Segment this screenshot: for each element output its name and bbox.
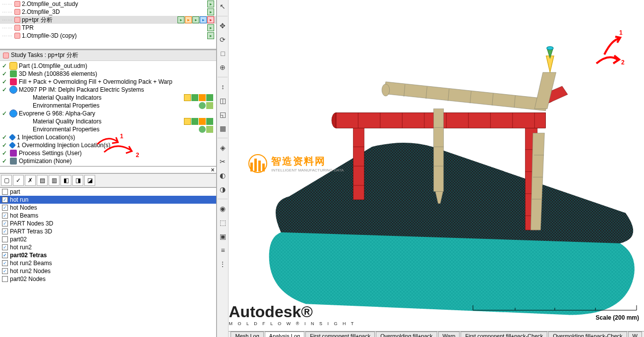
viewport-3d[interactable]: 智造资料网 INTELLIGENT MANUFACTURING DATA xyxy=(229,0,644,331)
study-task-row[interactable]: Environmental Properties xyxy=(1,125,215,133)
view-tool-button[interactable]: ◉ xyxy=(217,203,228,214)
indicator-icons xyxy=(184,94,215,101)
close-icon[interactable]: × xyxy=(211,167,214,173)
study-tasks-body[interactable]: 1 2 ✓ Part (1.Otmpfile_out.udm)✓ 3D Mesh… xyxy=(0,61,216,166)
layer-row[interactable]: PART Tetras 3D xyxy=(0,227,216,235)
task-label: 1 Injection Location(s) xyxy=(17,134,75,141)
check-icon: ✓ xyxy=(2,70,8,77)
svg-point-31 xyxy=(382,84,390,96)
log-tab[interactable]: First component fill+pack xyxy=(305,332,375,337)
study-task-row[interactable]: ✓ Fill + Pack + Overmolding Fill + Overm… xyxy=(1,78,215,86)
indicator-icons xyxy=(199,126,215,133)
layer-row[interactable]: PART Nodes 3D xyxy=(0,220,216,227)
layer-checkbox[interactable] xyxy=(2,197,8,203)
study-task-row[interactable]: ✓ 1 Overmolding Injection Location(s) xyxy=(1,141,215,149)
task-label: Process Settings (User) xyxy=(19,150,82,157)
task-icon xyxy=(10,150,17,157)
layer-toolbar-button[interactable]: ✓ xyxy=(13,175,24,186)
layer-row[interactable]: part02 Tetras xyxy=(0,251,216,259)
view-tool-button[interactable]: ↕ xyxy=(217,81,228,92)
view-tool-button[interactable]: ▣ xyxy=(217,231,228,242)
study-task-row[interactable]: ✓ Evoprene G 968: Alpha-Gary xyxy=(1,110,215,117)
view-tool-button[interactable]: ⟳ xyxy=(217,34,228,45)
layer-row[interactable]: hot run xyxy=(0,196,216,204)
study-task-row[interactable]: ✓ Optimization (None) xyxy=(1,157,215,165)
view-tool-button[interactable]: ⬚ xyxy=(217,217,228,228)
layer-row[interactable]: hot Nodes xyxy=(0,204,216,212)
log-tab[interactable]: Warp xyxy=(438,332,460,337)
view-tool-button[interactable]: ▦ xyxy=(217,123,228,134)
log-tab[interactable]: First component fill+pack-Check xyxy=(461,332,547,337)
log-tab[interactable]: Mesh Log xyxy=(231,332,263,337)
study-task-row[interactable]: ✓ Process Settings (User) xyxy=(1,149,215,157)
log-tab[interactable]: Overmolding fill+pack xyxy=(376,332,437,337)
view-tool-button[interactable]: □ xyxy=(217,48,228,59)
project-tree-item[interactable]: ⋯⋯ 2.Otmpfile_out_study ▸ xyxy=(0,0,216,8)
layer-label: part02 Nodes xyxy=(10,276,46,282)
layer-toolbar-button[interactable]: ▤ xyxy=(37,175,48,186)
view-tool-button[interactable]: ⋮ xyxy=(217,259,228,270)
layer-checkbox[interactable] xyxy=(2,276,8,282)
layer-row[interactable]: part xyxy=(0,188,216,196)
layer-toolbar-button[interactable]: ▢ xyxy=(1,175,12,186)
view-tool-button[interactable]: ✂ xyxy=(217,156,228,167)
layer-row[interactable]: hot Beams xyxy=(0,212,216,220)
layer-toolbar-button[interactable]: ◨ xyxy=(72,175,83,186)
study-task-row[interactable]: ✓ Part (1.Otmpfile_out.udm) xyxy=(1,62,215,70)
right-pane: 智造资料网 INTELLIGENT MANUFACTURING DATA xyxy=(229,0,644,337)
project-tree-item[interactable]: ⋯⋯ 1.Otmpfile-3D (copy) ▸ xyxy=(0,32,216,40)
log-tab[interactable]: W xyxy=(628,332,642,337)
layer-row[interactable]: hot run2 xyxy=(0,243,216,251)
task-label: Part (1.Otmpfile_out.udm) xyxy=(19,62,87,69)
layer-checkbox[interactable] xyxy=(2,221,8,226)
watermark-logo: 智造资料网 INTELLIGENT MANUFACTURING DATA xyxy=(248,154,344,173)
project-tree-item[interactable]: ⋯⋯ pp+tpr 分析 ▸▸▸▸▸ xyxy=(0,16,216,24)
layer-checkbox[interactable] xyxy=(2,244,8,250)
view-tool-button[interactable]: ↖ xyxy=(217,1,228,12)
layer-row[interactable]: hot run2 Nodes xyxy=(0,267,216,275)
project-tree[interactable]: ⋯⋯ 2.Otmpfile_out_study ▸ ⋯⋯ 2.Otmpfile_… xyxy=(0,0,216,50)
view-tool-button[interactable]: ◐ xyxy=(217,170,228,181)
watermark-subtext: INTELLIGENT MANUFACTURING DATA xyxy=(271,168,344,172)
study-task-row[interactable]: Material Quality Indicators xyxy=(1,117,215,125)
layer-row[interactable]: hot run2 Beams xyxy=(0,259,216,267)
layer-row[interactable]: part02 xyxy=(0,235,216,243)
view-tool-button[interactable]: ≡ xyxy=(217,245,228,256)
layer-list[interactable]: part hot run hot Nodes hot Beams PART No… xyxy=(0,187,216,337)
layer-label: hot Beams xyxy=(10,212,38,219)
layer-toolbar-button[interactable]: ▥ xyxy=(49,175,59,186)
view-tool-button[interactable]: ◑ xyxy=(217,184,228,195)
layer-toolbar-button[interactable]: ◧ xyxy=(60,175,71,186)
layer-checkbox[interactable] xyxy=(2,213,8,219)
status-badge-icon: ▸ xyxy=(185,16,192,23)
task-label: Environmental Properties xyxy=(33,102,100,109)
study-task-row[interactable]: Material Quality Indicators xyxy=(1,94,215,102)
layer-checkbox[interactable] xyxy=(2,205,8,211)
study-task-row[interactable]: ✓ 1 Injection Location(s) xyxy=(1,133,215,141)
layer-row[interactable]: part02 Nodes xyxy=(0,275,216,283)
study-task-row[interactable]: Environmental Properties xyxy=(1,102,215,110)
layer-checkbox[interactable] xyxy=(2,268,8,274)
view-tool-button[interactable]: ◱ xyxy=(217,109,228,120)
study-task-row[interactable]: ✓ M2097 PP IM: Delphi Packard Electric S… xyxy=(1,86,215,94)
layer-toolbar-button[interactable]: ✗ xyxy=(25,175,36,186)
layer-toolbar-button[interactable]: ◪ xyxy=(84,175,95,186)
layer-checkbox[interactable] xyxy=(2,228,8,234)
task-icon xyxy=(9,142,16,149)
view-tool-button[interactable]: ⊕ xyxy=(217,62,228,73)
layer-checkbox[interactable] xyxy=(2,236,8,242)
project-tree-item[interactable]: ⋯⋯ 2.Otmpfile_3D ▸ xyxy=(0,8,216,16)
view-tool-button[interactable]: ✥ xyxy=(217,20,228,31)
tree-item-label: 2.Otmpfile_3D xyxy=(22,8,60,15)
view-tool-button[interactable]: ◫ xyxy=(217,95,228,106)
log-tab[interactable]: Analysis Log xyxy=(265,332,304,337)
layer-checkbox[interactable] xyxy=(2,189,8,195)
layer-checkbox[interactable] xyxy=(2,252,8,258)
layer-checkbox[interactable] xyxy=(2,260,8,266)
study-task-row[interactable]: ✓ 3D Mesh (1008836 elements) xyxy=(1,70,215,78)
watermark-text: 智造资料网 xyxy=(271,155,344,168)
log-tab[interactable]: Overmolding fill+pack-Check xyxy=(548,332,627,337)
project-tree-item[interactable]: ⋯⋯ TPR ▸ xyxy=(0,24,216,32)
layer-label: PART Tetras 3D xyxy=(10,228,52,235)
view-tool-button[interactable]: ◈ xyxy=(217,142,228,153)
